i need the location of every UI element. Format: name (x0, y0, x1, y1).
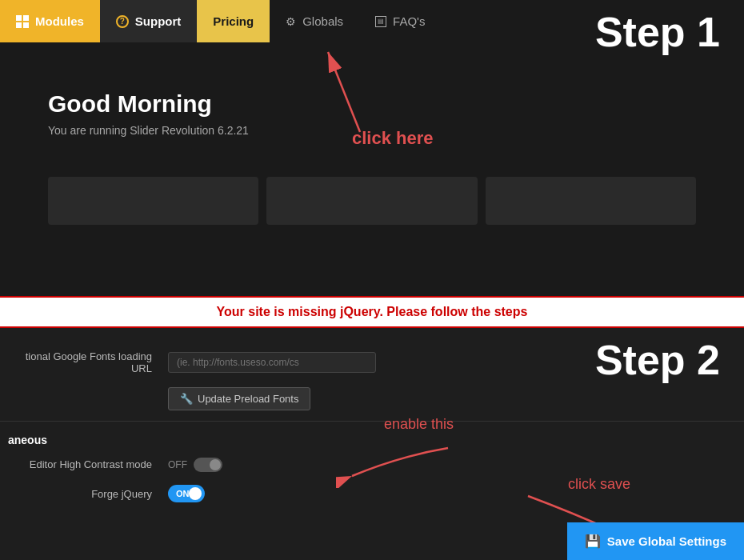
enable-this-text: enable this (384, 416, 454, 433)
card-3 (486, 177, 696, 225)
faq-icon: ▤ (375, 16, 386, 27)
step2-label: Step 2 (595, 336, 720, 384)
high-contrast-track (194, 458, 222, 472)
wrench-icon: 🔧 (180, 393, 193, 405)
high-contrast-thumb (210, 459, 221, 470)
nav-pricing[interactable]: Pricing (197, 0, 270, 42)
top-section: Modules ? Support Pricing ⚙ Globals ▤ FA… (0, 0, 744, 296)
warning-banner: Your site is missing jQuery. Please foll… (0, 296, 744, 328)
high-contrast-label: Editor High Contrast mode (8, 458, 152, 470)
cards-row (0, 177, 744, 225)
nav-faqs[interactable]: ▤ FAQ's (359, 0, 441, 42)
step1-label: Step 1 (595, 8, 720, 56)
forge-jquery-thumb (189, 487, 202, 500)
forge-jquery-toggle[interactable]: ON (168, 485, 205, 502)
click-here-text: click here (352, 128, 434, 149)
nav-globals[interactable]: ⚙ Globals (270, 0, 359, 42)
forge-jquery-state: ON (176, 489, 190, 498)
step1-arrow (296, 44, 400, 140)
modules-icon (16, 15, 29, 28)
globals-label: Globals (302, 14, 343, 28)
bottom-section: Step 2 tional Google Fonts loading URL 🔧… (0, 328, 744, 560)
gear-icon: ⚙ (286, 15, 296, 28)
support-label: Support (135, 14, 182, 28)
support-icon: ? (116, 15, 129, 28)
card-1 (48, 177, 258, 225)
faqs-label: FAQ's (393, 14, 425, 28)
card-2 (266, 177, 477, 225)
pricing-label: Pricing (213, 14, 254, 28)
warning-text: Your site is missing jQuery. Please foll… (217, 305, 528, 319)
nav-support[interactable]: ? Support (100, 0, 198, 42)
font-url-label: tional Google Fonts loading URL (8, 350, 152, 374)
enable-arrow (336, 440, 464, 491)
save-icon: 💾 (585, 534, 601, 549)
save-global-label: Save Global Settings (607, 534, 726, 548)
update-fonts-button[interactable]: 🔧 Update Preload Fonts (168, 387, 310, 410)
forge-jquery-label: Forge jQuery (8, 488, 152, 500)
update-fonts-row: 🔧 Update Preload Fonts (0, 381, 744, 417)
modules-label: Modules (35, 14, 84, 28)
divider (0, 421, 744, 422)
update-fonts-label: Update Preload Fonts (198, 393, 298, 405)
forge-jquery-track: ON (168, 485, 205, 502)
high-contrast-state: OFF (168, 459, 187, 470)
save-global-button[interactable]: 💾 Save Global Settings (567, 522, 744, 560)
font-url-input[interactable] (168, 352, 376, 373)
high-contrast-toggle[interactable]: OFF (168, 458, 222, 472)
nav-modules[interactable]: Modules (0, 0, 100, 42)
